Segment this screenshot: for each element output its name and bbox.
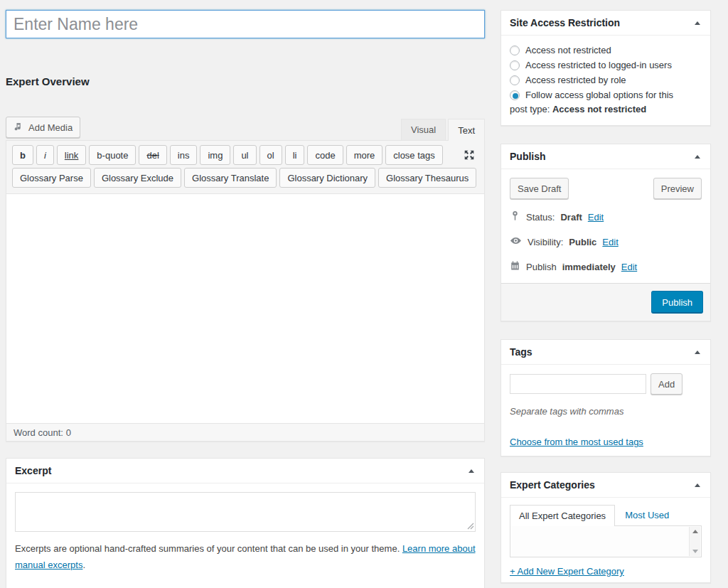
- expert-categories-collapse-button[interactable]: [693, 482, 702, 488]
- edit-expert-page: Expert Overview Add Media Visual Text b: [0, 0, 728, 588]
- tab-text[interactable]: Text: [448, 119, 485, 141]
- tag-input[interactable]: [510, 374, 646, 394]
- visibility-row: Visibility: Public Edit: [510, 235, 702, 249]
- most-used-tags-link[interactable]: Choose from the most used tags: [510, 437, 643, 447]
- content-editor: Add Media Visual Text b i link b-quote d…: [6, 117, 485, 442]
- add-media-label: Add Media: [28, 122, 73, 133]
- tags-collapse-button[interactable]: [693, 349, 702, 356]
- triangle-up-icon: [695, 155, 700, 159]
- edit-schedule-link[interactable]: Edit: [621, 262, 637, 272]
- radio-label-bold-value: Access not restricted: [552, 104, 646, 114]
- publish-button[interactable]: Publish: [651, 291, 703, 314]
- tab-visual[interactable]: Visual: [401, 119, 446, 140]
- radio-label: Follow access global options for this: [525, 90, 673, 100]
- status-label: Status:: [526, 212, 555, 223]
- add-media-icon: [14, 121, 24, 134]
- quicktag-li-button[interactable]: li: [285, 145, 305, 165]
- expert-categories-panel-header[interactable]: Expert Categories: [501, 473, 710, 498]
- radio-access-by-role[interactable]: Access restricted by role: [510, 73, 702, 87]
- glossary-dictionary-button[interactable]: Glossary Dictionary: [279, 168, 375, 188]
- quicktag-ol-button[interactable]: ol: [259, 145, 282, 165]
- triangle-up-icon: [469, 469, 474, 473]
- glossary-parse-button[interactable]: Glossary Parse: [12, 168, 91, 188]
- radio-icon[interactable]: [510, 46, 520, 55]
- category-list-scrollbar[interactable]: [689, 527, 700, 556]
- tab-most-used[interactable]: Most Used: [615, 505, 679, 525]
- glossary-exclude-button[interactable]: Glossary Exclude: [94, 168, 181, 188]
- excerpt-textarea[interactable]: [15, 492, 476, 532]
- quicktag-bquote-button[interactable]: b-quote: [89, 145, 136, 165]
- quicktag-del-button[interactable]: del: [139, 145, 166, 165]
- eye-icon: [510, 235, 522, 249]
- add-tag-button[interactable]: Add: [651, 373, 682, 395]
- publish-collapse-button[interactable]: [693, 154, 702, 160]
- quicktag-close-tags-button[interactable]: close tags: [385, 145, 443, 165]
- radio-access-not-restricted[interactable]: Access not restricted: [510, 43, 702, 58]
- quicktag-ul-button[interactable]: ul: [233, 145, 256, 165]
- radio-icon[interactable]: [510, 60, 520, 70]
- excerpt-collapse-button[interactable]: [467, 468, 476, 474]
- quicktag-more-button[interactable]: more: [346, 145, 383, 165]
- add-new-expert-category-link[interactable]: + Add New Expert Category: [510, 566, 624, 577]
- schedule-value: immediately: [562, 262, 616, 272]
- quicktag-ins-button[interactable]: ins: [170, 145, 198, 165]
- save-draft-button[interactable]: Save Draft: [510, 178, 569, 199]
- glossary-buttons-row: Glossary Parse Glossary Exclude Glossary…: [12, 168, 478, 188]
- title-input[interactable]: [6, 10, 485, 38]
- excerpt-panel-title: Excerpt: [15, 464, 51, 477]
- radio-label: Access restricted to logged-in users: [525, 60, 672, 70]
- expert-overview-heading: Expert Overview: [6, 75, 485, 88]
- expert-categories-panel-title: Expert Categories: [510, 479, 595, 491]
- tag-input-row: Add: [510, 373, 702, 395]
- category-list-box[interactable]: [510, 525, 702, 557]
- glossary-translate-button[interactable]: Glossary Translate: [184, 168, 277, 188]
- triangle-up-icon: [695, 483, 700, 487]
- site-access-collapse-button[interactable]: [693, 20, 702, 26]
- publish-panel-title: Publish: [510, 150, 546, 163]
- word-count-value: 0: [66, 427, 71, 438]
- status-value: Draft: [560, 212, 582, 223]
- radio-access-logged-in-users[interactable]: Access restricted to logged-in users: [510, 58, 702, 73]
- excerpt-panel-header[interactable]: Excerpt: [6, 459, 484, 483]
- content-textarea[interactable]: [6, 194, 484, 423]
- triangle-up-icon: [695, 351, 700, 354]
- quicktag-img-button[interactable]: img: [200, 145, 230, 165]
- excerpt-description-period: .: [82, 560, 85, 570]
- triangle-up-icon: [695, 21, 700, 25]
- tags-panel: Tags Add Separate tags with commas Choos…: [500, 339, 711, 456]
- quicktag-italic-button[interactable]: i: [36, 145, 54, 165]
- site-access-panel: Site Access Restriction Access not restr…: [500, 10, 711, 126]
- radio-icon[interactable]: [510, 75, 520, 85]
- edit-visibility-link[interactable]: Edit: [602, 237, 618, 247]
- main-column: Expert Overview Add Media Visual Text b: [6, 0, 485, 588]
- quicktag-bold-button[interactable]: b: [12, 145, 33, 165]
- publish-panel-body: Save Draft Preview Status: Draft Edit Vi…: [501, 169, 710, 283]
- radio-follow-global-options[interactable]: Follow access global options for this po…: [510, 87, 702, 117]
- quicktag-link-button[interactable]: link: [57, 145, 87, 165]
- excerpt-description: Excerpts are optional hand-crafted summa…: [15, 540, 476, 574]
- visibility-label: Visibility:: [528, 237, 563, 247]
- scroll-up-icon[interactable]: [692, 530, 698, 533]
- publish-panel-header[interactable]: Publish: [501, 144, 710, 169]
- publish-panel-footer: Publish: [501, 283, 710, 321]
- expert-categories-panel: Expert Categories All Expert Categories …: [500, 472, 711, 583]
- scroll-down-icon[interactable]: [692, 550, 698, 553]
- preview-button[interactable]: Preview: [653, 178, 702, 199]
- radio-label-line2-text: post type:: [510, 104, 552, 114]
- publish-panel: Publish Save Draft Preview Status: Draft…: [500, 144, 711, 321]
- site-access-panel-header[interactable]: Site Access Restriction: [501, 11, 710, 36]
- word-count-bar: Word count: 0: [6, 423, 484, 441]
- tags-panel-header[interactable]: Tags: [501, 340, 710, 365]
- quicktag-code-button[interactable]: code: [307, 145, 343, 165]
- tab-all-expert-categories[interactable]: All Expert Categories: [510, 505, 615, 526]
- editor-tools-row: Add Media Visual Text: [6, 117, 485, 140]
- fullscreen-button[interactable]: [460, 149, 478, 161]
- edit-status-link[interactable]: Edit: [588, 212, 604, 223]
- quicktags-toolbar: b i link b-quote del ins img ul ol li co…: [6, 141, 484, 194]
- editor-frame: b i link b-quote del ins img ul ol li co…: [6, 140, 485, 442]
- glossary-thesaurus-button[interactable]: Glossary Thesaurus: [378, 168, 476, 188]
- sidebar: Site Access Restriction Access not restr…: [500, 0, 711, 583]
- add-media-button[interactable]: Add Media: [6, 117, 80, 138]
- schedule-row: Publish immediately Edit: [510, 260, 702, 273]
- radio-selected-icon[interactable]: [510, 90, 520, 100]
